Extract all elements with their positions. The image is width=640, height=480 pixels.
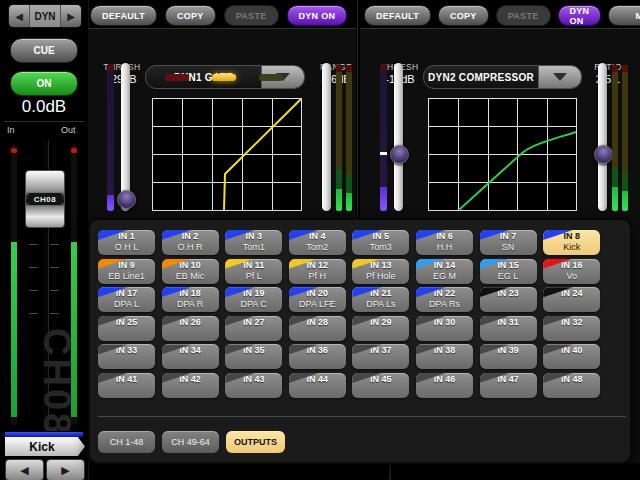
dyn1-range-slider[interactable] [322, 63, 331, 211]
gr-meter-tick [380, 152, 387, 155]
mixer-button[interactable]: MIXER [608, 5, 640, 26]
channel-button-in-24[interactable]: IN 24 [543, 287, 600, 312]
channel-button-in-2[interactable]: IN 2O.H R [162, 230, 219, 255]
dyn1-gain-reduction-meter [107, 64, 114, 211]
channel-button-in-11[interactable]: IN 11Pf L [225, 259, 282, 284]
channel-button-in-25[interactable]: IN 25 [98, 316, 155, 341]
dyn2-type-label: DYN2 COMPRESSOR [424, 66, 538, 88]
channel-button-in-16[interactable]: IN 16Vo [543, 259, 600, 284]
meter-peak-cap [346, 65, 352, 72]
channel-button-in-7[interactable]: IN 7SN [480, 230, 537, 255]
dyn2-type-dropdown[interactable]: DYN2 COMPRESSOR [423, 65, 582, 89]
channel-name-label: DPA R [177, 299, 203, 310]
channel-button-in-21[interactable]: IN 21DPA Ls [352, 287, 409, 312]
tab-ch-49-64[interactable]: CH 49-64 [162, 431, 219, 453]
fader-handle[interactable]: CH08 [25, 170, 65, 228]
channel-button-in-9[interactable]: IN 9EB Line1 [98, 259, 155, 284]
channel-button-in-46[interactable]: IN 46 [416, 373, 473, 398]
channel-button-in-27[interactable]: IN 27 [225, 316, 282, 341]
channel-button-in-30[interactable]: IN 30 [416, 316, 473, 341]
default-button[interactable]: DEFAULT [90, 5, 157, 26]
fader-level-readout: 0.0dB [0, 97, 88, 117]
gate-led-red [165, 74, 189, 81]
channel-button-in-45[interactable]: IN 45 [352, 373, 409, 398]
channel-name-plate[interactable]: Kick [5, 437, 85, 456]
channel-button-in-33[interactable]: IN 33 [98, 344, 155, 369]
channel-button-in-40[interactable]: IN 40 [543, 344, 600, 369]
channel-button-in-23[interactable]: IN 23 [480, 287, 537, 312]
channel-on-button[interactable]: ON [10, 71, 78, 96]
dyn2-ratio-slider[interactable] [598, 63, 607, 211]
tab-ch-1-48[interactable]: CH 1-48 [98, 431, 155, 453]
dyn1-threshold-knob[interactable] [117, 190, 136, 209]
dyn2-dropdown-cap[interactable] [538, 66, 581, 88]
channel-button-in-47[interactable]: IN 47 [480, 373, 537, 398]
channel-button-in-43[interactable]: IN 43 [225, 373, 282, 398]
fader-handle-label: CH08 [28, 193, 62, 205]
channel-button-in-41[interactable]: IN 41 [98, 373, 155, 398]
next-channel-button[interactable]: ▶ [46, 459, 85, 480]
channel-button-in-3[interactable]: IN 3Tom1 [225, 230, 282, 255]
dyn-on-button[interactable]: DYN ON [287, 5, 348, 26]
channel-button-in-22[interactable]: IN 22DPA Rs [416, 287, 473, 312]
prev-channel-button[interactable]: ◀ [5, 459, 44, 480]
copy-button[interactable]: COPY [165, 5, 216, 26]
copy-button[interactable]: COPY [438, 5, 489, 26]
view-next-icon[interactable]: ▶ [61, 5, 81, 27]
default-button[interactable]: DEFAULT [364, 5, 431, 26]
paste-button[interactable]: PASTE [224, 5, 279, 26]
channel-button-in-6[interactable]: IN 6H.H [416, 230, 473, 255]
channel-button-in-13[interactable]: IN 13Pf Hole [352, 259, 409, 284]
channel-name-label: Tom3 [370, 242, 392, 253]
channel-id-label: IN 6 [436, 231, 453, 242]
input-level-meter [11, 145, 17, 425]
channel-button-in-19[interactable]: IN 19DPA C [225, 287, 282, 312]
paste-button[interactable]: PASTE [496, 5, 551, 26]
channel-button-in-28[interactable]: IN 28 [289, 316, 346, 341]
channel-button-in-34[interactable]: IN 34 [162, 344, 219, 369]
channel-button-in-12[interactable]: IN 12Pf H [289, 259, 346, 284]
channel-button-in-8[interactable]: IN 8Kick [543, 230, 600, 255]
channel-button-in-31[interactable]: IN 31 [480, 316, 537, 341]
tab-outputs[interactable]: OUTPUTS [226, 431, 285, 453]
dyn2-ratio-knob[interactable] [594, 145, 613, 164]
channel-button-in-42[interactable]: IN 42 [162, 373, 219, 398]
channel-button-in-35[interactable]: IN 35 [225, 344, 282, 369]
meter-peak-cap [612, 65, 618, 72]
mixer-dynamics-screen: ◀ DYN ▶ CUE ON 0.0dB In Out CH08 CH08 Ki… [0, 0, 640, 480]
view-prev-icon[interactable]: ◀ [9, 5, 29, 27]
channel-button-in-38[interactable]: IN 38 [416, 344, 473, 369]
channel-button-in-4[interactable]: IN 4Tom2 [289, 230, 346, 255]
channel-name-label: Pf Hole [366, 271, 396, 282]
dyn1-threshold-slider[interactable] [121, 63, 130, 211]
channel-button-in-44[interactable]: IN 44 [289, 373, 346, 398]
channel-name-label: EB Line1 [108, 271, 145, 282]
channel-button-in-20[interactable]: IN 20DPA LFE [289, 287, 346, 312]
channel-strip-sidebar: ◀ DYN ▶ CUE ON 0.0dB In Out CH08 CH08 Ki… [0, 0, 89, 480]
cue-button[interactable]: CUE [10, 38, 78, 63]
channel-button-in-1[interactable]: IN 1O.H L [98, 230, 155, 255]
channel-button-in-15[interactable]: IN 15EG L [480, 259, 537, 284]
dyn2-threshold-slider[interactable] [394, 63, 403, 211]
dyn2-meter-b [622, 65, 628, 211]
channel-button-in-17[interactable]: IN 17DPA L [98, 287, 155, 312]
channel-name-label: Vo [566, 271, 577, 282]
dyn2-threshold-knob[interactable] [390, 145, 409, 164]
meter-bright [346, 193, 352, 211]
channel-button-in-5[interactable]: IN 5Tom3 [352, 230, 409, 255]
channel-button-in-36[interactable]: IN 36 [289, 344, 346, 369]
channel-button-in-10[interactable]: IN 10EB Mic [162, 259, 219, 284]
channel-button-in-48[interactable]: IN 48 [543, 373, 600, 398]
channel-name-label: O.H R [178, 242, 203, 253]
dyn-on-button[interactable]: DYN ON [558, 5, 602, 26]
channel-bank-tabs: CH 1-48CH 49-64OUTPUTS [98, 431, 285, 453]
meter-fill [11, 242, 17, 417]
channel-button-in-26[interactable]: IN 26 [162, 316, 219, 341]
channel-button-in-14[interactable]: IN 14EG M [416, 259, 473, 284]
channel-button-in-29[interactable]: IN 29 [352, 316, 409, 341]
view-selector[interactable]: ◀ DYN ▶ [8, 4, 82, 28]
channel-button-in-32[interactable]: IN 32 [543, 316, 600, 341]
channel-button-in-18[interactable]: IN 18DPA R [162, 287, 219, 312]
channel-button-in-37[interactable]: IN 37 [352, 344, 409, 369]
channel-button-in-39[interactable]: IN 39 [480, 344, 537, 369]
